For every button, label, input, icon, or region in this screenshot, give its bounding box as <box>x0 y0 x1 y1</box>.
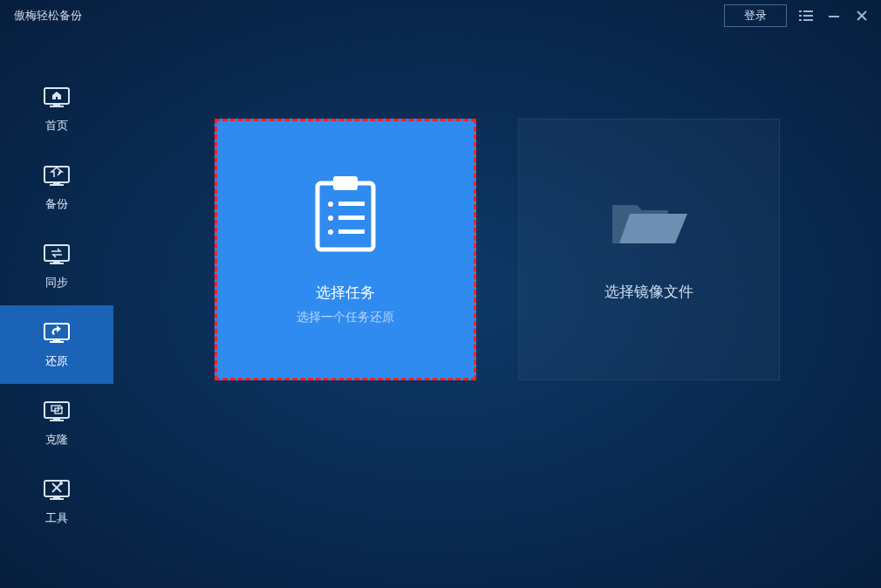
sidebar-item-home[interactable]: 首页 <box>0 70 113 148</box>
svg-rect-34 <box>333 176 358 190</box>
sidebar-item-sync[interactable]: 同步 <box>0 227 113 305</box>
close-icon[interactable] <box>853 7 871 24</box>
titlebar-left: 傲梅轻松备份 <box>10 8 82 24</box>
svg-rect-12 <box>44 167 69 182</box>
monitor-clone-icon <box>43 399 71 427</box>
svg-rect-29 <box>50 498 64 500</box>
svg-rect-17 <box>50 263 64 264</box>
svg-rect-23 <box>50 420 64 421</box>
sidebar-item-label: 克隆 <box>45 432 68 448</box>
svg-rect-20 <box>50 341 64 343</box>
svg-rect-4 <box>799 19 802 21</box>
task-card-subtitle: 选择一个任务还原 <box>297 310 394 325</box>
task-card-title: 选择任务 <box>316 283 375 303</box>
sidebar-item-label: 首页 <box>45 118 68 133</box>
sidebar-item-label: 备份 <box>45 196 68 212</box>
svg-point-37 <box>328 215 333 221</box>
app-title: 傲梅轻松备份 <box>14 8 82 24</box>
svg-rect-15 <box>44 245 69 261</box>
svg-rect-3 <box>803 15 813 17</box>
select-image-card[interactable]: 选择镜像文件 <box>518 119 780 380</box>
clipboard-list-icon <box>311 174 380 258</box>
svg-rect-21 <box>44 402 69 418</box>
svg-rect-38 <box>338 215 365 220</box>
sidebar: 首页 备份 同步 <box>0 31 113 588</box>
sidebar-item-label: 还原 <box>45 353 68 369</box>
svg-rect-22 <box>53 418 60 420</box>
svg-rect-19 <box>53 339 60 341</box>
main-content: 选择任务 选择一个任务还原 选择镜像文件 <box>113 31 881 588</box>
sidebar-item-tools[interactable]: 工具 <box>0 462 113 541</box>
svg-rect-10 <box>53 104 60 106</box>
monitor-home-icon <box>43 85 71 113</box>
svg-rect-0 <box>799 10 802 12</box>
svg-rect-6 <box>829 16 839 17</box>
svg-rect-5 <box>803 19 813 21</box>
svg-point-32 <box>59 482 63 485</box>
svg-point-39 <box>328 229 333 235</box>
svg-rect-16 <box>53 261 60 263</box>
minimize-icon[interactable] <box>825 7 843 24</box>
svg-rect-1 <box>803 10 813 12</box>
menu-list-icon[interactable] <box>797 7 815 24</box>
image-card-title: 选择镜像文件 <box>604 282 693 302</box>
sidebar-item-label: 同步 <box>45 275 68 291</box>
svg-rect-13 <box>53 182 60 184</box>
monitor-backup-icon <box>43 163 71 191</box>
sidebar-item-label: 工具 <box>45 510 68 526</box>
monitor-restore-icon <box>43 320 71 348</box>
titlebar: 傲梅轻松备份 登录 <box>0 0 881 31</box>
titlebar-right: 登录 <box>724 4 871 27</box>
select-task-card[interactable]: 选择任务 选择一个任务还原 <box>215 119 476 380</box>
svg-rect-40 <box>338 229 365 234</box>
sidebar-item-clone[interactable]: 克隆 <box>0 384 113 462</box>
svg-rect-28 <box>53 496 60 498</box>
svg-rect-11 <box>50 106 64 107</box>
svg-rect-14 <box>50 184 64 186</box>
svg-point-35 <box>328 202 333 207</box>
sidebar-item-backup[interactable]: 备份 <box>0 148 113 227</box>
folder-open-icon <box>607 191 691 257</box>
svg-rect-2 <box>799 15 802 17</box>
sidebar-item-restore[interactable]: 还原 <box>0 305 113 384</box>
monitor-sync-icon <box>43 242 71 270</box>
login-button[interactable]: 登录 <box>724 4 787 27</box>
monitor-tools-icon <box>43 477 71 505</box>
svg-rect-36 <box>338 202 365 206</box>
